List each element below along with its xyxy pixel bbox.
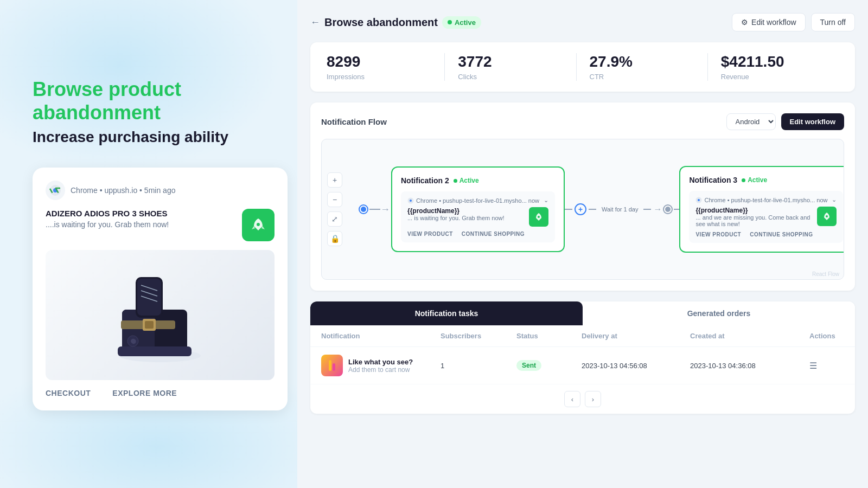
table-header: Notification Subscribers Status Delivery… [310, 325, 855, 347]
notif-3-rocket-icon [817, 207, 837, 226]
back-arrow[interactable]: ← [310, 17, 320, 28]
stat-ctr-label: CTR [590, 73, 694, 81]
edit-workflow-button[interactable]: ⚙ Edit workflow [732, 13, 805, 31]
notification-3-node: Notification 3 Active Chrome • pushup-te… [679, 166, 844, 253]
fit-view-button[interactable]: ⤢ [327, 211, 342, 227]
edit-flow-button[interactable]: Edit workflow [781, 113, 845, 130]
active-label: Active [455, 18, 476, 27]
notif-3-body: {{productName}} ... and we are missing y… [695, 207, 837, 227]
col-delivery-at: Delivery at [582, 332, 690, 340]
flow-title: Notification Flow [321, 117, 387, 126]
row-actions[interactable]: ☰ [809, 361, 855, 371]
notif-2-preview: Chrome • pushup-test-for-live-01.mysho..… [401, 191, 555, 242]
row-title: Like what you see? [348, 358, 413, 366]
stat-revenue-label: Revenue [721, 73, 826, 81]
table-tabs: Notification tasks Generated orders [310, 301, 855, 325]
actions-button[interactable]: ☰ [809, 361, 817, 370]
flow-canvas: + − ⤢ 🔒 → Notification 2 [321, 139, 844, 280]
col-actions: Actions [809, 332, 855, 340]
notif-2-active-dot [454, 179, 457, 183]
active-dot [448, 20, 452, 24]
explore-btn[interactable]: EXPLORE MORE [112, 389, 177, 397]
svg-rect-11 [145, 321, 154, 329]
zoom-in-button[interactable]: + [327, 172, 342, 188]
notif-3-source: Chrome • pushup-test-for-live-01.mysho..… [695, 196, 837, 203]
notif-3-header: Notification 3 Active [689, 176, 843, 184]
tab-notification-tasks[interactable]: Notification tasks [310, 301, 583, 325]
notif-2-active-badge: Active [454, 177, 479, 184]
right-panel: ← Browse abandonment Active ⚙ Edit workf… [297, 0, 868, 488]
stat-impressions-value: 8299 [327, 53, 431, 70]
preview-meta: Chrome • uppush.io • 5min ago [71, 186, 175, 195]
chrome-icon [46, 181, 65, 200]
turn-off-button[interactable]: Turn off [811, 13, 855, 31]
svg-point-17 [410, 200, 412, 202]
svg-point-21 [826, 215, 828, 217]
row-notification-cell: Like what you see? Add them to cart now [321, 355, 441, 376]
notif-3-actions: VIEW PRODUCT CONTINUE SHOPPING [695, 232, 837, 237]
stat-clicks-value: 3772 [458, 53, 563, 70]
notification-preview-card: Chrome • uppush.io • 5min ago ADIZERO AD… [33, 168, 288, 410]
notification-2-node: Notification 2 Active Chrome • pushup-te… [391, 166, 565, 252]
notif-3-active-badge: Active [742, 176, 767, 184]
stat-impressions: 8299 Impressions [327, 53, 445, 81]
notif-2-active-label: Active [459, 177, 479, 184]
col-notification: Notification [321, 332, 441, 340]
row-delivery-at: 2023-10-13 04:56:08 [582, 362, 690, 370]
flow-controls: Android iOS Edit workflow [726, 113, 845, 130]
notif-3-title: Notification 3 [689, 176, 737, 184]
start-connector [360, 206, 380, 213]
platform-select[interactable]: Android iOS [726, 113, 776, 130]
notif-3-desc: ... and we are missing you. Come back an… [695, 214, 813, 227]
hero-title-green: Browse product abandonment [33, 78, 271, 124]
col-status: Status [516, 332, 582, 340]
notif-2-header: Notification 2 Active [401, 176, 555, 185]
svg-point-20 [698, 199, 700, 201]
notif-3-active-dot [742, 178, 745, 182]
notif-3-action2: CONTINUE SHOPPING [750, 232, 813, 237]
edit-workflow-label: Edit workflow [751, 18, 796, 27]
flow-header: Notification Flow Android iOS Edit workf… [321, 113, 844, 130]
rocket-icon-green [242, 209, 275, 241]
stats-card: 8299 Impressions 3772 Clicks 27.9% CTR $… [310, 42, 855, 92]
svg-rect-7 [137, 279, 161, 316]
notif-2-rocket-icon [529, 207, 548, 227]
svg-rect-22 [329, 360, 331, 371]
wait-label: Wait for 1 day [598, 206, 641, 213]
checkout-btn[interactable]: CHECKOUT [46, 389, 91, 397]
add-node-button[interactable]: + [575, 203, 586, 215]
svg-rect-23 [333, 363, 335, 371]
preview-content: ADIZERO ADIOS PRO 3 SHOES ....is waiting… [46, 209, 275, 241]
page-title: Browse abandonment [324, 16, 438, 29]
boot-image [46, 250, 275, 380]
next-page-button[interactable]: › [585, 391, 601, 407]
row-subtitle: Add them to cart now [348, 366, 413, 374]
header-buttons: ⚙ Edit workflow Turn off [732, 13, 855, 31]
tab-generated-orders[interactable]: Generated orders [583, 301, 855, 325]
notif-2-source: Chrome • pushup-test-for-live-01.mysho..… [407, 197, 548, 204]
notif-2-product: {{productName}} [407, 207, 525, 215]
prev-page-button[interactable]: ‹ [564, 391, 580, 407]
notif-3-action1: VIEW PRODUCT [695, 232, 741, 237]
notif-3-product: {{productName}} [695, 207, 813, 214]
edit-workflow-icon: ⚙ [741, 18, 748, 27]
row-notification-icon [321, 355, 343, 376]
notif-2-action1: VIEW PRODUCT [407, 231, 453, 237]
left-panel: Browse product abandonment Increase purc… [0, 0, 293, 488]
preview-subtitle: ....is waiting for you. Grab them now! [46, 220, 169, 229]
svg-point-2 [257, 223, 260, 226]
preview-title: ADIZERO ADIOS PRO 3 SHOES [46, 209, 169, 218]
stat-impressions-label: Impressions [327, 73, 431, 81]
notif-3-chrome: Chrome • pushup-test-for-live-01.mysho..… [695, 197, 827, 203]
notification-flow-card: Notification Flow Android iOS Edit workf… [310, 102, 855, 291]
row-status: Sent [516, 360, 582, 371]
preview-header: Chrome • uppush.io • 5min ago [46, 181, 275, 200]
table-row: Like what you see? Add them to cart now … [310, 347, 855, 384]
top-header: ← Browse abandonment Active ⚙ Edit workf… [310, 13, 855, 31]
notif-2-desc: ... is waiting for you. Grab them now! [407, 215, 525, 221]
col-subscribers: Subscribers [441, 332, 516, 340]
zoom-out-button[interactable]: − [327, 192, 342, 207]
lock-button[interactable]: 🔒 [327, 231, 342, 246]
hero-title-black: Increase purchasing ability [33, 129, 228, 146]
table-section: Notification tasks Generated orders Noti… [310, 301, 855, 414]
